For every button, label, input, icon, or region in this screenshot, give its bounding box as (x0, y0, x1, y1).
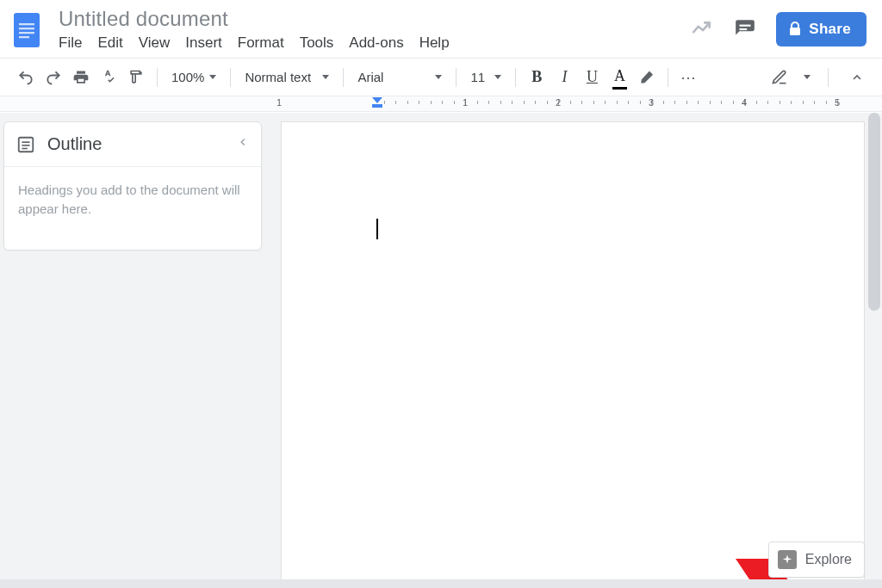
svg-rect-3 (19, 32, 34, 34)
menu-format[interactable]: Format (238, 34, 284, 52)
chevron-down-icon (209, 75, 216, 79)
share-label: Share (809, 21, 851, 38)
paint-format-button[interactable] (124, 65, 148, 90)
menu-view[interactable]: View (139, 34, 171, 52)
explore-button[interactable]: Explore (768, 542, 865, 578)
italic-button[interactable]: I (552, 65, 576, 90)
outline-icon (16, 135, 35, 154)
text-color-button[interactable]: A (607, 65, 631, 90)
text-cursor (376, 219, 378, 239)
svg-rect-6 (740, 28, 748, 30)
underline-button[interactable]: U (580, 65, 604, 90)
svg-rect-2 (19, 28, 34, 29)
redo-button[interactable] (41, 65, 65, 90)
svg-rect-9 (22, 141, 29, 143)
bold-button[interactable]: B (525, 65, 549, 90)
chevron-down-icon (435, 75, 442, 79)
app-header: Untitled document File Edit View Insert … (0, 0, 882, 59)
svg-rect-4 (19, 36, 29, 38)
svg-rect-10 (22, 145, 29, 146)
svg-rect-1 (19, 23, 34, 25)
font-value: Arial (357, 70, 383, 84)
toolbar: 100% Normal text Arial 11 B I U A ⋯ (0, 59, 882, 96)
paragraph-style-select[interactable]: Normal text (239, 70, 334, 84)
highlight-button[interactable] (635, 65, 659, 90)
menu-file[interactable]: File (59, 34, 82, 52)
menu-addons[interactable]: Add-ons (349, 34, 403, 52)
lock-icon (788, 22, 802, 37)
outline-panel: Outline Headings you add to the document… (3, 121, 262, 251)
chevron-down-icon (322, 75, 329, 79)
collapse-toolbar-button[interactable] (846, 66, 868, 89)
undo-button[interactable] (14, 65, 38, 90)
font-select[interactable]: Arial (352, 70, 447, 84)
svg-rect-7 (790, 28, 800, 35)
chevron-down-icon (494, 75, 501, 79)
svg-rect-0 (14, 13, 40, 47)
zoom-value: 100% (171, 70, 204, 84)
document-page[interactable] (281, 121, 865, 588)
menu-edit[interactable]: Edit (97, 34, 122, 52)
vertical-scrollbar[interactable] (868, 113, 880, 311)
activity-icon[interactable] (690, 17, 714, 41)
editing-mode-button[interactable] (767, 65, 792, 90)
print-button[interactable] (69, 65, 93, 90)
horizontal-ruler[interactable]: 112345 (0, 96, 882, 112)
menu-tools[interactable]: Tools (300, 34, 334, 52)
workspace: Outline Headings you add to the document… (0, 113, 882, 588)
outline-title: Outline (47, 134, 102, 154)
font-size-value: 11 (470, 70, 485, 84)
zoom-select[interactable]: 100% (166, 70, 221, 84)
svg-rect-11 (22, 147, 27, 149)
explore-label: Explore (805, 552, 852, 567)
paragraph-style-value: Normal text (245, 70, 311, 84)
spellcheck-button[interactable] (96, 65, 121, 90)
explore-icon (778, 550, 797, 569)
outline-empty-text: Headings you add to the document will ap… (4, 167, 261, 232)
docs-logo[interactable] (9, 7, 45, 53)
horizontal-scrollbar-track[interactable] (0, 579, 882, 588)
collapse-outline-button[interactable] (237, 136, 249, 152)
chevron-down-icon[interactable] (804, 75, 811, 79)
svg-rect-5 (740, 25, 751, 27)
indent-marker[interactable] (372, 97, 382, 108)
font-size-select[interactable]: 11 (465, 70, 506, 84)
menu-insert[interactable]: Insert (185, 34, 222, 52)
comments-icon[interactable] (733, 17, 757, 41)
share-button[interactable]: Share (776, 12, 866, 46)
more-toolbar-button[interactable]: ⋯ (677, 65, 701, 90)
menu-help[interactable]: Help (419, 34, 450, 52)
